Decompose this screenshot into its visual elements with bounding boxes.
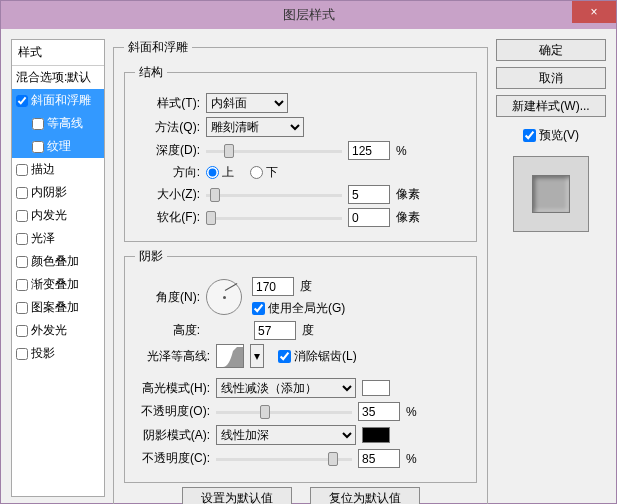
style-checkbox[interactable]	[16, 95, 28, 107]
style-checkbox[interactable]	[16, 279, 28, 291]
style-checkbox[interactable]	[16, 210, 28, 222]
style-label: 样式(T):	[135, 95, 200, 112]
style-checkbox[interactable]	[16, 233, 28, 245]
style-checkbox[interactable]	[16, 302, 28, 314]
new-style-button[interactable]: 新建样式(W)...	[496, 95, 606, 117]
sopacity-input[interactable]	[358, 449, 400, 468]
soften-unit: 像素	[396, 209, 420, 226]
style-select[interactable]: 内斜面	[206, 93, 288, 113]
sopacity-label: 不透明度(C):	[135, 450, 210, 467]
style-item-7[interactable]: 颜色叠加	[12, 250, 104, 273]
titlebar[interactable]: 图层样式 ×	[1, 1, 616, 29]
style-checkbox[interactable]	[16, 325, 28, 337]
hmode-select[interactable]: 线性减淡（添加）	[216, 378, 356, 398]
style-item-8[interactable]: 渐变叠加	[12, 273, 104, 296]
style-item-0[interactable]: 斜面和浮雕	[12, 89, 104, 112]
down-radio[interactable]	[250, 166, 263, 179]
reset-default-button[interactable]: 复位为默认值	[310, 487, 420, 504]
style-label: 纹理	[47, 138, 71, 155]
shadow-color-swatch[interactable]	[362, 427, 390, 443]
style-item-6[interactable]: 光泽	[12, 227, 104, 250]
depth-label: 深度(D):	[135, 142, 200, 159]
direction-up[interactable]: 上	[206, 164, 234, 181]
style-label: 投影	[31, 345, 55, 362]
styles-panel: 样式 混合选项:默认 斜面和浮雕等高线纹理描边内阴影内发光光泽颜色叠加渐变叠加图…	[11, 39, 105, 497]
direction-down[interactable]: 下	[250, 164, 278, 181]
cancel-button[interactable]: 取消	[496, 67, 606, 89]
altitude-input[interactable]	[254, 321, 296, 340]
size-slider[interactable]	[206, 186, 342, 204]
style-list: 斜面和浮雕等高线纹理描边内阴影内发光光泽颜色叠加渐变叠加图案叠加外发光投影	[12, 89, 104, 365]
gloss-contour[interactable]	[216, 344, 244, 368]
blend-options-label: 混合选项:默认	[16, 69, 91, 86]
blend-options-row[interactable]: 混合选项:默认	[12, 66, 104, 89]
style-item-9[interactable]: 图案叠加	[12, 296, 104, 319]
angle-dial[interactable]	[206, 279, 242, 315]
main-panel: 斜面和浮雕 结构 样式(T): 内斜面 方法(Q): 雕刻清晰 深度(D):	[113, 39, 488, 497]
hopacity-label: 不透明度(O):	[135, 403, 210, 420]
close-icon: ×	[590, 5, 597, 19]
angle-label: 角度(N):	[135, 289, 200, 306]
style-item-5[interactable]: 内发光	[12, 204, 104, 227]
highlight-color-swatch[interactable]	[362, 380, 390, 396]
style-checkbox[interactable]	[16, 348, 28, 360]
sopacity-unit: %	[406, 452, 417, 466]
sopacity-slider[interactable]	[216, 450, 352, 468]
gloss-label: 光泽等高线:	[135, 348, 210, 365]
up-radio[interactable]	[206, 166, 219, 179]
style-checkbox[interactable]	[16, 256, 28, 268]
hopacity-slider[interactable]	[216, 403, 352, 421]
size-unit: 像素	[396, 186, 420, 203]
antialias-checkbox[interactable]: 消除锯齿(L)	[278, 348, 357, 365]
hmode-label: 高光模式(H):	[135, 380, 210, 397]
style-label: 图案叠加	[31, 299, 79, 316]
depth-slider[interactable]	[206, 142, 342, 160]
preview-checkbox[interactable]: 预览(V)	[496, 127, 606, 144]
smode-label: 阴影模式(A):	[135, 427, 210, 444]
size-label: 大小(Z):	[135, 186, 200, 203]
style-label: 内发光	[31, 207, 67, 224]
size-input[interactable]	[348, 185, 390, 204]
angle-input[interactable]	[252, 277, 294, 296]
technique-select[interactable]: 雕刻清晰	[206, 117, 304, 137]
style-label: 外发光	[31, 322, 67, 339]
style-label: 内阴影	[31, 184, 67, 201]
soften-slider[interactable]	[206, 209, 342, 227]
depth-unit: %	[396, 144, 420, 158]
smode-select[interactable]: 线性加深	[216, 425, 356, 445]
make-default-button[interactable]: 设置为默认值	[182, 487, 292, 504]
bevel-fieldset: 斜面和浮雕 结构 样式(T): 内斜面 方法(Q): 雕刻清晰 深度(D):	[113, 39, 488, 504]
right-panel: 确定 取消 新建样式(W)... 预览(V)	[496, 39, 606, 497]
style-checkbox[interactable]	[16, 187, 28, 199]
preview-box	[513, 156, 589, 232]
altitude-unit: 度	[302, 322, 314, 339]
hopacity-input[interactable]	[358, 402, 400, 421]
chevron-down-icon[interactable]: ▾	[250, 344, 264, 368]
style-item-11[interactable]: 投影	[12, 342, 104, 365]
soften-label: 软化(F):	[135, 209, 200, 226]
style-item-3[interactable]: 描边	[12, 158, 104, 181]
preview-swatch	[532, 175, 570, 213]
depth-input[interactable]	[348, 141, 390, 160]
ok-button[interactable]: 确定	[496, 39, 606, 61]
window-title: 图层样式	[1, 6, 616, 24]
style-item-4[interactable]: 内阴影	[12, 181, 104, 204]
altitude-label: 高度:	[135, 322, 200, 339]
shade-fieldset: 阴影 角度(N): 度 使用全局光(G) 高度:	[124, 248, 477, 483]
styles-header: 样式	[12, 40, 104, 66]
struct-legend: 结构	[135, 64, 167, 81]
struct-fieldset: 结构 样式(T): 内斜面 方法(Q): 雕刻清晰 深度(D): %	[124, 64, 477, 242]
style-item-2[interactable]: 纹理	[12, 135, 104, 158]
style-label: 光泽	[31, 230, 55, 247]
direction-label: 方向:	[135, 164, 200, 181]
close-button[interactable]: ×	[572, 1, 616, 23]
technique-label: 方法(Q):	[135, 119, 200, 136]
style-item-1[interactable]: 等高线	[12, 112, 104, 135]
global-light-checkbox[interactable]: 使用全局光(G)	[252, 300, 345, 317]
style-checkbox[interactable]	[16, 164, 28, 176]
soften-input[interactable]	[348, 208, 390, 227]
style-checkbox[interactable]	[32, 118, 44, 130]
style-item-10[interactable]: 外发光	[12, 319, 104, 342]
style-checkbox[interactable]	[32, 141, 44, 153]
style-label: 等高线	[47, 115, 83, 132]
